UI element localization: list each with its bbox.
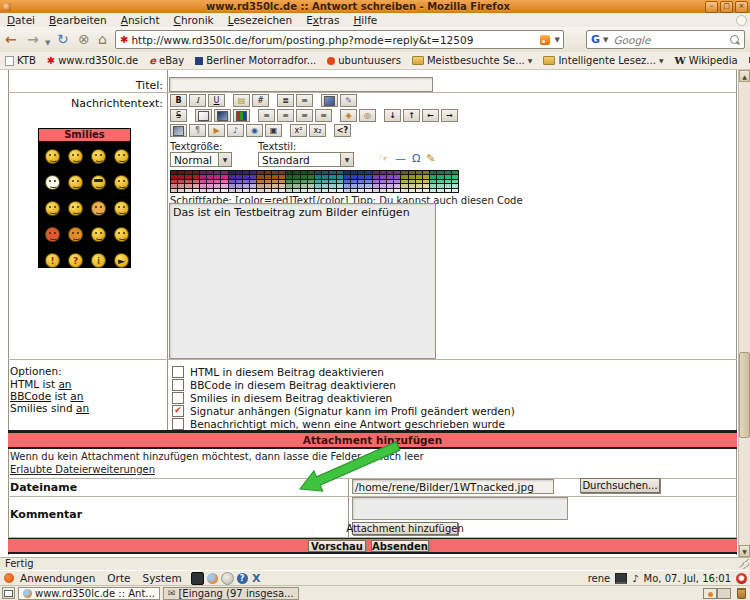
checkbox-unchecked[interactable] — [172, 418, 184, 430]
help-icon[interactable]: ? — [237, 573, 248, 584]
palette-color[interactable] — [329, 171, 335, 174]
palette-color[interactable] — [236, 184, 242, 187]
palette-color[interactable] — [265, 189, 271, 192]
palette-color[interactable] — [221, 171, 227, 174]
palette-color[interactable] — [221, 184, 227, 187]
minimize-button[interactable]: – — [705, 1, 718, 13]
palette-color[interactable] — [207, 171, 213, 174]
hr-icon[interactable]: — — [395, 152, 406, 165]
palette-color[interactable] — [409, 184, 415, 187]
align-right-button[interactable]: ≡ — [296, 109, 313, 122]
palette-color[interactable] — [373, 175, 379, 178]
palette-color[interactable] — [452, 180, 458, 183]
palette-color[interactable] — [430, 184, 436, 187]
url-input[interactable] — [131, 34, 539, 46]
palette-color[interactable] — [193, 184, 199, 187]
palette-color[interactable] — [207, 184, 213, 187]
maximize-button[interactable]: □ — [720, 1, 733, 13]
palette-color[interactable] — [452, 171, 458, 174]
magnify-button[interactable]: ◎ — [359, 109, 376, 122]
ubuntu-logo-icon[interactable] — [4, 573, 14, 583]
palette-color[interactable] — [423, 180, 429, 183]
palette-color[interactable] — [286, 171, 292, 174]
smiley-wink[interactable] — [91, 149, 106, 164]
smiley-twisted[interactable] — [68, 227, 83, 242]
palette-color[interactable] — [178, 189, 184, 192]
palette-color[interactable] — [401, 184, 407, 187]
arrow-up-button[interactable]: ↑ — [403, 109, 420, 122]
close-button[interactable]: × — [735, 1, 748, 13]
smiley-rolleyes[interactable] — [91, 227, 106, 242]
palette-color[interactable] — [445, 189, 451, 192]
palette-color[interactable] — [214, 180, 220, 183]
palette-color[interactable] — [221, 189, 227, 192]
palette-color[interactable] — [185, 180, 191, 183]
volume-icon[interactable]: ♪ — [632, 573, 638, 584]
palette-color[interactable] — [365, 184, 371, 187]
smiley-cool[interactable] — [91, 175, 106, 190]
bookmark-item[interactable]: WWikipedia — [675, 55, 738, 66]
browse-button[interactable]: Durchsuchen... — [580, 478, 660, 493]
option-link[interactable]: an — [58, 378, 71, 390]
palette-color[interactable] — [308, 175, 314, 178]
palette-color[interactable] — [171, 171, 177, 174]
palette-color[interactable] — [293, 175, 299, 178]
palette-color[interactable] — [279, 184, 285, 187]
palette-color[interactable] — [401, 175, 407, 178]
nav-history-dropdown[interactable]: ▼ — [45, 33, 50, 53]
ordered-list-button[interactable]: ≣ — [277, 94, 294, 107]
title-input[interactable] — [170, 78, 432, 91]
play-button[interactable]: ▶ — [208, 124, 225, 137]
palette-color[interactable] — [185, 171, 191, 174]
palette-color[interactable] — [243, 171, 249, 174]
palette-color[interactable] — [365, 171, 371, 174]
message-textarea[interactable]: Das ist ein Testbeitrag zum Bilder einfü… — [169, 203, 436, 359]
palette-color[interactable] — [308, 180, 314, 183]
omega-icon[interactable]: Ω — [412, 152, 420, 165]
smiley-arrow[interactable]: ► — [114, 253, 129, 268]
workspace-1[interactable] — [703, 588, 717, 599]
palette-color[interactable] — [250, 184, 256, 187]
palette-color[interactable] — [265, 175, 271, 178]
palette-color[interactable] — [171, 184, 177, 187]
palette-color[interactable] — [236, 171, 242, 174]
panel-menu-system[interactable]: System — [136, 572, 187, 584]
bold-button[interactable]: B — [170, 94, 187, 107]
palette-color[interactable] — [279, 189, 285, 192]
palette-color[interactable] — [337, 189, 343, 192]
palette-color[interactable] — [416, 171, 422, 174]
strike-button[interactable]: S — [170, 109, 187, 122]
palette-color[interactable] — [200, 171, 206, 174]
palette-color[interactable] — [236, 189, 242, 192]
home-button[interactable]: ⌂ — [98, 29, 107, 49]
url-bar[interactable]: ✱ ▼ — [115, 30, 564, 49]
smiley-eek[interactable] — [45, 175, 60, 190]
palette-color[interactable] — [452, 189, 458, 192]
palette-color[interactable] — [437, 189, 443, 192]
palette-color[interactable] — [293, 189, 299, 192]
palette-color[interactable] — [322, 171, 328, 174]
palette-color[interactable] — [445, 175, 451, 178]
display-icon[interactable] — [615, 573, 627, 584]
menu-hilfe[interactable]: Hilfe — [346, 14, 384, 26]
smiley-redface[interactable] — [91, 201, 106, 216]
url-button[interactable]: ✎ — [340, 94, 357, 107]
scrollbar-thumb[interactable] — [739, 352, 750, 438]
palette-color[interactable] — [185, 175, 191, 178]
palette-color[interactable] — [286, 189, 292, 192]
palette-color[interactable] — [445, 184, 451, 187]
smiley-question[interactable]: ? — [68, 253, 83, 268]
palette-color[interactable] — [193, 175, 199, 178]
palette-color[interactable] — [243, 189, 249, 192]
palette-color[interactable] — [358, 171, 364, 174]
palette-color[interactable] — [301, 180, 307, 183]
palette-color[interactable] — [423, 171, 429, 174]
palette-color[interactable] — [322, 180, 328, 183]
palette-color[interactable] — [373, 171, 379, 174]
filename-field[interactable] — [352, 479, 554, 494]
palette-color[interactable] — [229, 189, 235, 192]
palette-color[interactable] — [229, 184, 235, 187]
arrow-right-button[interactable]: → — [441, 109, 458, 122]
quote-button[interactable]: ▤ — [233, 94, 250, 107]
palette-color[interactable] — [207, 180, 213, 183]
